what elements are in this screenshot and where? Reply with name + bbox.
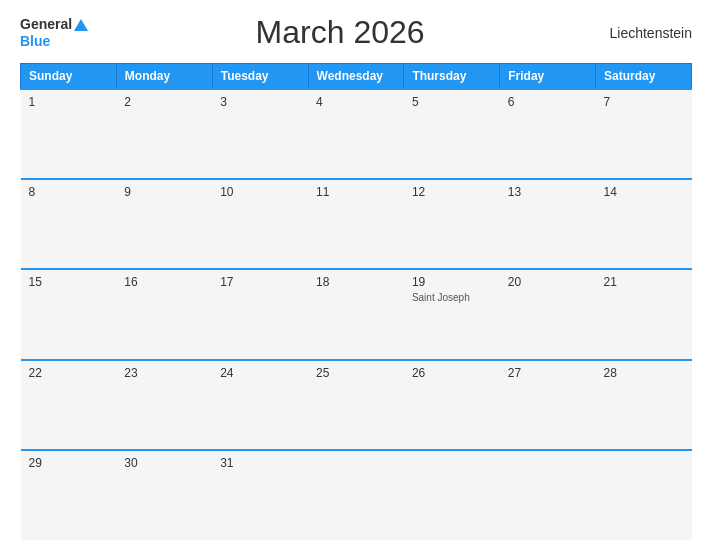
day-number: 14: [604, 185, 684, 199]
logo-triangle-icon: [74, 19, 88, 31]
calendar-week-row: 1234567: [21, 89, 692, 179]
table-row: 10: [212, 179, 308, 269]
table-row: 26: [404, 360, 500, 450]
table-row: 21: [596, 269, 692, 359]
header-wednesday: Wednesday: [308, 64, 404, 90]
calendar-header: General Blue March 2026 Liechtenstein: [20, 10, 692, 55]
day-number: 26: [412, 366, 492, 380]
header-saturday: Saturday: [596, 64, 692, 90]
day-number: 20: [508, 275, 588, 289]
header-sunday: Sunday: [21, 64, 117, 90]
table-row: 1: [21, 89, 117, 179]
day-number: 23: [124, 366, 204, 380]
header-friday: Friday: [500, 64, 596, 90]
day-number: 15: [29, 275, 109, 289]
day-number: 19: [412, 275, 492, 289]
day-number: 13: [508, 185, 588, 199]
table-row: [596, 450, 692, 540]
table-row: 23: [116, 360, 212, 450]
day-number: 21: [604, 275, 684, 289]
days-header-row: Sunday Monday Tuesday Wednesday Thursday…: [21, 64, 692, 90]
calendar-week-row: 891011121314: [21, 179, 692, 269]
calendar-body: 12345678910111213141516171819Saint Josep…: [21, 89, 692, 540]
table-row: 13: [500, 179, 596, 269]
table-row: 14: [596, 179, 692, 269]
table-row: 18: [308, 269, 404, 359]
day-number: 29: [29, 456, 109, 470]
table-row: 20: [500, 269, 596, 359]
day-number: 3: [220, 95, 300, 109]
table-row: 6: [500, 89, 596, 179]
day-number: 6: [508, 95, 588, 109]
table-row: [308, 450, 404, 540]
table-row: 27: [500, 360, 596, 450]
header-thursday: Thursday: [404, 64, 500, 90]
table-row: 28: [596, 360, 692, 450]
day-event: Saint Joseph: [412, 292, 492, 303]
calendar-week-row: 22232425262728: [21, 360, 692, 450]
day-number: 1: [29, 95, 109, 109]
day-number: 12: [412, 185, 492, 199]
day-number: 24: [220, 366, 300, 380]
calendar-table: Sunday Monday Tuesday Wednesday Thursday…: [20, 63, 692, 540]
day-number: 10: [220, 185, 300, 199]
day-number: 2: [124, 95, 204, 109]
day-number: 31: [220, 456, 300, 470]
table-row: 16: [116, 269, 212, 359]
table-row: 22: [21, 360, 117, 450]
calendar-week-row: 293031: [21, 450, 692, 540]
day-number: 8: [29, 185, 109, 199]
table-row: 24: [212, 360, 308, 450]
logo-general: General: [20, 16, 88, 33]
day-number: 18: [316, 275, 396, 289]
day-number: 5: [412, 95, 492, 109]
table-row: 29: [21, 450, 117, 540]
table-row: 31: [212, 450, 308, 540]
logo: General Blue: [20, 16, 88, 50]
day-number: 17: [220, 275, 300, 289]
day-number: 9: [124, 185, 204, 199]
table-row: 12: [404, 179, 500, 269]
month-title: March 2026: [88, 14, 592, 51]
calendar-week-row: 1516171819Saint Joseph2021: [21, 269, 692, 359]
table-row: 15: [21, 269, 117, 359]
table-row: 30: [116, 450, 212, 540]
table-row: 19Saint Joseph: [404, 269, 500, 359]
header-tuesday: Tuesday: [212, 64, 308, 90]
header-monday: Monday: [116, 64, 212, 90]
table-row: 5: [404, 89, 500, 179]
day-number: 7: [604, 95, 684, 109]
table-row: 11: [308, 179, 404, 269]
day-number: 28: [604, 366, 684, 380]
day-number: 4: [316, 95, 396, 109]
table-row: 9: [116, 179, 212, 269]
table-row: 2: [116, 89, 212, 179]
table-row: 7: [596, 89, 692, 179]
logo-blue: Blue: [20, 33, 50, 50]
table-row: 4: [308, 89, 404, 179]
day-number: 30: [124, 456, 204, 470]
table-row: 8: [21, 179, 117, 269]
day-number: 16: [124, 275, 204, 289]
table-row: 3: [212, 89, 308, 179]
table-row: [404, 450, 500, 540]
table-row: 25: [308, 360, 404, 450]
country-label: Liechtenstein: [592, 25, 692, 41]
table-row: 17: [212, 269, 308, 359]
day-number: 11: [316, 185, 396, 199]
table-row: [500, 450, 596, 540]
day-number: 27: [508, 366, 588, 380]
day-number: 22: [29, 366, 109, 380]
day-number: 25: [316, 366, 396, 380]
